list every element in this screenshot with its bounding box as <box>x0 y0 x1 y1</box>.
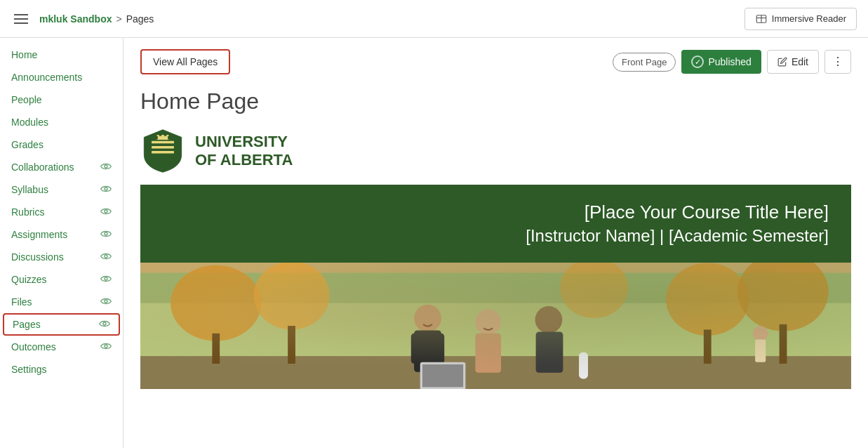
eye-icon-quizzes <box>100 275 112 285</box>
sidebar-item-label-rubrics: Rubrics <box>11 206 44 218</box>
sidebar-item-announcements[interactable]: Announcements <box>0 66 123 88</box>
sidebar-item-label-people: People <box>11 94 42 105</box>
sidebar-item-files[interactable]: Files <box>0 291 123 313</box>
eye-icon-files <box>100 297 112 308</box>
published-label: Published <box>708 56 752 67</box>
ualberta-shield-icon <box>140 129 185 173</box>
university-name: UNIVERSITY OF ALBERTA <box>195 133 293 170</box>
layout: HomeAnnouncementsPeopleModulesGradesColl… <box>0 38 868 448</box>
eye-icon-discussions <box>100 252 112 263</box>
sidebar-item-label-outcomes: Outcomes <box>11 341 56 353</box>
breadcrumb: mkluk Sandbox > Pages <box>39 13 154 25</box>
svg-point-8 <box>105 255 107 258</box>
svg-rect-16 <box>156 135 169 140</box>
view-all-pages-button[interactable]: View All Pages <box>140 49 230 74</box>
eye-icon-outcomes <box>100 342 112 353</box>
course-banner: [Place Your Course Title Here] [Instruct… <box>140 185 851 263</box>
sidebar-item-label-discussions: Discussions <box>11 251 64 263</box>
page-title: Home Page <box>140 88 851 114</box>
sidebar-item-grades[interactable]: Grades <box>0 133 123 156</box>
sidebar-item-assignments[interactable]: Assignments <box>0 223 123 246</box>
edit-label: Edit <box>792 56 808 67</box>
svg-point-7 <box>105 232 107 235</box>
top-bar-left: mkluk Sandbox > Pages <box>11 11 154 27</box>
edit-icon <box>777 57 787 67</box>
university-name-line1: UNIVERSITY <box>195 133 293 151</box>
sidebar-item-label-assignments: Assignments <box>11 229 67 240</box>
svg-point-10 <box>105 300 107 303</box>
sidebar-item-label-announcements: Announcements <box>11 72 82 83</box>
eye-icon-pages <box>99 319 110 330</box>
action-bar-right: Front Page ✓ Published Edit ⋮ <box>613 50 851 74</box>
breadcrumb-separator: > <box>116 13 121 25</box>
sidebar-item-pages[interactable]: Pages <box>3 313 120 336</box>
svg-point-11 <box>103 322 106 325</box>
eye-icon-syllabus <box>100 185 112 195</box>
sidebar-item-label-modules: Modules <box>11 117 48 128</box>
sidebar-item-label-settings: Settings <box>11 364 47 375</box>
university-name-line2: OF ALBERTA <box>195 151 293 169</box>
sidebar-item-home[interactable]: Home <box>0 44 123 66</box>
front-page-badge: Front Page <box>613 53 676 72</box>
people-scene <box>140 263 851 389</box>
immersive-reader-label: Immersive Reader <box>772 13 846 24</box>
hamburger-menu[interactable] <box>11 11 31 27</box>
breadcrumb-sandbox[interactable]: mkluk Sandbox <box>39 13 112 25</box>
sidebar-item-label-collaborations: Collaborations <box>11 162 74 173</box>
svg-point-5 <box>105 187 107 190</box>
sidebar-item-collaborations[interactable]: Collaborations <box>0 156 123 178</box>
svg-rect-17 <box>159 133 162 136</box>
breadcrumb-current: Pages <box>126 13 154 25</box>
sidebar-item-label-grades: Grades <box>11 139 44 150</box>
immersive-reader-button[interactable]: Immersive Reader <box>745 8 857 30</box>
immersive-reader-icon <box>755 13 768 25</box>
sidebar-item-outcomes[interactable]: Outcomes <box>0 336 123 358</box>
sidebar-item-settings[interactable]: Settings <box>0 358 123 381</box>
more-options-button[interactable]: ⋮ <box>824 50 851 74</box>
sidebar-item-label-syllabus: Syllabus <box>11 184 48 195</box>
sidebar-item-label-files: Files <box>11 296 32 308</box>
sidebar-item-label-quizzes: Quizzes <box>11 274 47 285</box>
main-content: View All Pages Front Page ✓ Published Ed… <box>123 38 868 448</box>
svg-point-9 <box>105 277 107 280</box>
top-bar: mkluk Sandbox > Pages Immersive Reader <box>0 0 868 38</box>
campus-photo <box>140 263 851 389</box>
svg-rect-20 <box>168 136 171 139</box>
sidebar-item-syllabus[interactable]: Syllabus <box>0 178 123 201</box>
eye-icon-rubrics <box>100 207 112 218</box>
eye-icon-collaborations <box>100 162 112 173</box>
svg-rect-19 <box>154 136 158 139</box>
sidebar-item-modules[interactable]: Modules <box>0 111 123 133</box>
course-instructor: [Instructor Name] | [Academic Semester] <box>526 226 829 245</box>
sidebar-item-label-home: Home <box>11 49 37 60</box>
svg-point-6 <box>105 210 107 213</box>
sidebar: HomeAnnouncementsPeopleModulesGradesColl… <box>0 38 123 448</box>
photo-placeholder <box>140 263 851 389</box>
published-button[interactable]: ✓ Published <box>681 50 761 74</box>
sidebar-item-discussions[interactable]: Discussions <box>0 246 123 268</box>
edit-button[interactable]: Edit <box>767 50 819 74</box>
sidebar-item-people[interactable]: People <box>0 88 123 111</box>
svg-point-12 <box>105 345 107 348</box>
svg-rect-18 <box>164 133 167 136</box>
course-title: [Place Your Course Title Here] <box>163 202 829 223</box>
sidebar-item-quizzes[interactable]: Quizzes <box>0 268 123 291</box>
university-logo-area: UNIVERSITY OF ALBERTA <box>140 129 851 173</box>
svg-rect-13 <box>152 141 174 144</box>
sidebar-item-label-pages: Pages <box>13 319 41 330</box>
svg-point-4 <box>105 165 107 168</box>
published-check-icon: ✓ <box>691 55 704 68</box>
action-bar: View All Pages Front Page ✓ Published Ed… <box>140 49 851 74</box>
svg-rect-14 <box>152 146 174 149</box>
eye-icon-assignments <box>100 230 112 240</box>
svg-rect-15 <box>152 151 174 154</box>
sidebar-item-rubrics[interactable]: Rubrics <box>0 201 123 223</box>
